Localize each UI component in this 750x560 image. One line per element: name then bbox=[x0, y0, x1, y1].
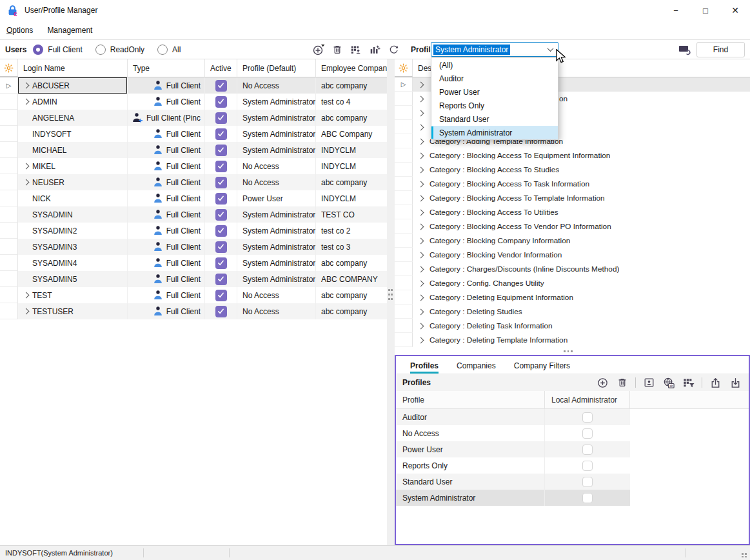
profile-cell[interactable]: System Administrator bbox=[237, 126, 316, 142]
user-row[interactable]: ANGELENAFull Client (PincSystem Administ… bbox=[0, 110, 387, 126]
tree-row-content[interactable]: Category : Blocking Access To Utilities bbox=[413, 205, 750, 219]
customize-columns-icon[interactable] bbox=[0, 59, 18, 77]
login-name-cell[interactable]: TESTUSER bbox=[18, 303, 128, 319]
profile-name-cell[interactable]: System Administrator bbox=[396, 490, 545, 506]
expand-chevron-icon[interactable] bbox=[23, 83, 30, 89]
tree-row-content[interactable]: Category : Blocking Access To Studies bbox=[413, 163, 750, 177]
radio-circle-icon[interactable] bbox=[157, 45, 168, 55]
type-cell[interactable]: Full Client bbox=[128, 77, 205, 94]
local-administrator-checkbox[interactable] bbox=[582, 461, 593, 471]
user-row[interactable]: MIKELFull ClientNo AccessINDYCLM bbox=[0, 158, 387, 174]
active-checkbox[interactable] bbox=[215, 128, 227, 140]
close-button[interactable]: ✕ bbox=[720, 0, 750, 21]
company-cell[interactable]: abc company bbox=[316, 255, 387, 271]
login-name-cell[interactable]: SYSADMIN2 bbox=[18, 223, 128, 239]
profile-name-cell[interactable]: Reports Only bbox=[396, 457, 545, 474]
profile-cell[interactable]: System Administrator bbox=[237, 255, 316, 271]
expand-chevron-icon[interactable] bbox=[418, 266, 424, 272]
company-cell[interactable]: ABC Company bbox=[316, 126, 387, 142]
expand-chevron-icon[interactable] bbox=[418, 110, 424, 116]
delete-profile-button[interactable] bbox=[615, 375, 629, 390]
tree-row[interactable]: Category : Blocking Access To Task Infor… bbox=[395, 177, 750, 191]
company-cell[interactable]: INDYCLM bbox=[316, 142, 387, 158]
grid-filter-button[interactable] bbox=[682, 375, 696, 390]
column-header-type[interactable]: Type bbox=[128, 59, 205, 77]
profile-cell[interactable]: No Access bbox=[237, 174, 316, 190]
company-cell[interactable]: abc company bbox=[316, 174, 387, 190]
tree-row[interactable]: Category : Blocking Company Information bbox=[395, 234, 750, 248]
expand-chevron-icon[interactable] bbox=[418, 195, 424, 201]
active-checkbox[interactable] bbox=[215, 306, 227, 317]
tree-row[interactable]: Category : Blocking Access To Vendor PO … bbox=[395, 219, 750, 234]
dropdown-item-all[interactable]: (All) bbox=[431, 58, 558, 72]
profile-name-cell[interactable]: Power User bbox=[396, 441, 545, 457]
menu-management[interactable]: Management bbox=[47, 26, 92, 35]
login-name-cell[interactable]: TEST bbox=[18, 287, 128, 303]
login-name-cell[interactable]: SYSADMIN4 bbox=[18, 255, 128, 271]
company-cell[interactable]: abc company bbox=[316, 77, 387, 94]
expand-chevron-icon[interactable] bbox=[418, 252, 424, 258]
company-cell[interactable]: TEST CO bbox=[316, 206, 387, 223]
expand-chevron-icon[interactable] bbox=[418, 308, 424, 315]
column-header-login-name[interactable]: Login Name bbox=[18, 59, 128, 77]
company-cell[interactable]: ABC COMPANY bbox=[316, 271, 387, 287]
local-administrator-checkbox[interactable] bbox=[582, 412, 593, 423]
profile-cell[interactable]: No Access bbox=[237, 287, 316, 303]
window-resize-grip[interactable] bbox=[742, 553, 747, 557]
company-cell[interactable]: abc company bbox=[316, 287, 387, 303]
minimize-button[interactable]: − bbox=[661, 0, 691, 21]
customize-columns-icon[interactable] bbox=[395, 59, 413, 77]
expand-chevron-icon[interactable] bbox=[23, 163, 30, 170]
type-cell[interactable]: Full Client bbox=[128, 174, 205, 190]
expand-chevron-icon[interactable] bbox=[23, 179, 30, 186]
active-checkbox[interactable] bbox=[215, 193, 227, 205]
profile-row[interactable]: No Access bbox=[396, 425, 630, 441]
profile-cell[interactable]: System Administrator bbox=[237, 239, 316, 255]
dropdown-item-standard-user[interactable]: Standard User bbox=[431, 112, 558, 126]
profile-row[interactable]: Power User bbox=[396, 441, 630, 457]
login-name-cell[interactable]: MICHAEL bbox=[18, 142, 128, 158]
local-administrator-checkbox[interactable] bbox=[582, 493, 593, 503]
company-cell[interactable]: abc company bbox=[316, 303, 387, 319]
tree-row[interactable]: Category : Charges/Discounts (Inline Dis… bbox=[395, 262, 750, 276]
tree-row-content[interactable]: Category : Deleting Equipment Informatio… bbox=[413, 290, 750, 305]
expand-chevron-icon[interactable] bbox=[418, 181, 424, 187]
login-name-cell[interactable]: ADMIN bbox=[18, 94, 128, 110]
expand-chevron-icon[interactable] bbox=[23, 308, 30, 315]
profile-name-cell[interactable]: Auditor bbox=[396, 409, 545, 425]
tree-row-content[interactable]: Category : Blocking Access To Equipment … bbox=[413, 148, 750, 163]
tab-company-filters[interactable]: Company Filters bbox=[514, 361, 570, 374]
grid-user-button[interactable] bbox=[349, 43, 363, 57]
type-cell[interactable]: Full Client bbox=[128, 239, 205, 255]
dropdown-item-reports-only[interactable]: Reports Only bbox=[431, 99, 558, 112]
tree-row-content[interactable]: Category : Blocking Company Information bbox=[413, 234, 750, 248]
local-administrator-checkbox[interactable] bbox=[582, 477, 593, 487]
user-row[interactable]: SYSADMIN3Full ClientSystem Administrator… bbox=[0, 239, 387, 255]
maximize-button[interactable]: □ bbox=[691, 0, 720, 21]
type-cell[interactable]: Full Client bbox=[128, 255, 205, 271]
company-cell[interactable]: INDYCLM bbox=[316, 190, 387, 206]
local-administrator-checkbox[interactable] bbox=[582, 428, 593, 439]
user-row[interactable]: SYSADMIN5Full ClientSystem Administrator… bbox=[0, 271, 387, 287]
type-cell[interactable]: Full Client bbox=[128, 303, 205, 319]
login-name-cell[interactable]: ANGELENA bbox=[18, 110, 128, 126]
tree-row-content[interactable]: Category : Blocking Access To Task Infor… bbox=[413, 177, 750, 191]
active-checkbox[interactable] bbox=[215, 145, 227, 156]
company-cell[interactable]: test co 3 bbox=[316, 239, 387, 255]
find-button[interactable]: Find bbox=[696, 42, 745, 57]
type-cell[interactable]: Full Client bbox=[128, 271, 205, 287]
radio-readonly[interactable]: ReadOnly bbox=[95, 45, 144, 55]
profile-cell[interactable]: System Administrator bbox=[237, 94, 316, 110]
user-row[interactable]: SYSADMINFull ClientSystem AdministratorT… bbox=[0, 206, 387, 223]
type-cell[interactable]: Full Client bbox=[128, 287, 205, 303]
active-checkbox[interactable] bbox=[215, 80, 227, 92]
type-cell[interactable]: Full Client bbox=[128, 94, 205, 110]
type-cell[interactable]: Full Client bbox=[128, 126, 205, 142]
user-row[interactable]: NICKFull ClientPower UserINDYCLM bbox=[0, 190, 387, 206]
profile-row[interactable]: System Administrator bbox=[396, 490, 630, 506]
tree-row-content[interactable]: Category : Charges/Discounts (Inline Dis… bbox=[413, 262, 750, 276]
user-row[interactable]: ADMINFull ClientSystem Administratortest… bbox=[0, 94, 387, 110]
tree-row-content[interactable]: Category : Deleting Studies bbox=[413, 305, 750, 319]
expand-chevron-icon[interactable] bbox=[418, 81, 424, 88]
tree-row[interactable]: Category : Blocking Access To Utilities bbox=[395, 205, 750, 219]
